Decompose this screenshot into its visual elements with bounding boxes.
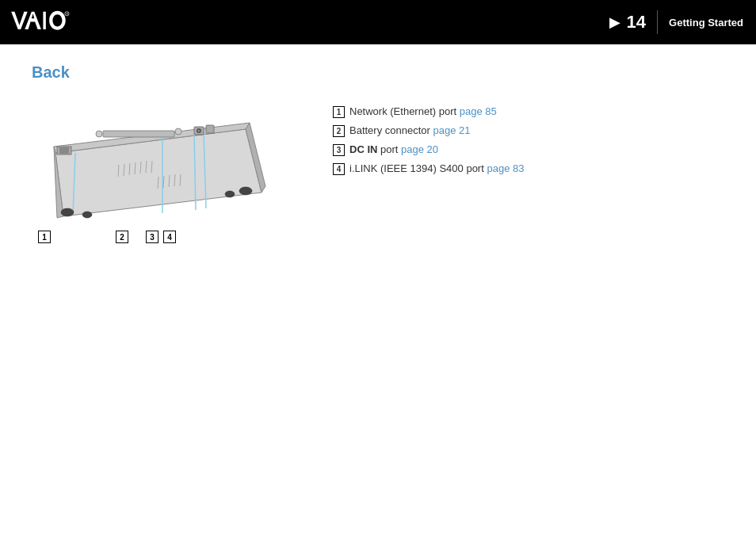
svg-point-15 [175, 128, 181, 135]
component-number-4: 4 [333, 163, 345, 175]
list-item: 3 DC IN port page 20 [333, 143, 524, 156]
header-arrow-icon: ▶ [609, 13, 620, 31]
diagram-label-1: 1 [38, 231, 51, 243]
diagram-label-2: 2 [116, 231, 128, 243]
diagram-label-3: 3 [146, 231, 158, 243]
diagram-labels-234: 2 3 4 [116, 231, 176, 243]
laptop-diagram [32, 97, 277, 224]
vaio-logo-svg: R [10, 10, 81, 34]
header: R ▶ 14 Getting Started [0, 0, 756, 44]
list-item: 4 i.LINK (IEEE 1394) S400 port page 83 [333, 162, 524, 175]
svg-text:R: R [67, 13, 69, 16]
svg-point-18 [198, 130, 200, 132]
main-layout: 1 2 3 4 1 Network (Ethernet) port page 8… [32, 97, 724, 243]
svg-point-23 [225, 191, 235, 197]
svg-point-14 [96, 131, 102, 137]
diagram-label-4: 4 [163, 231, 176, 243]
list-item: 2 Battery connector page 21 [333, 124, 524, 137]
svg-point-21 [239, 187, 252, 195]
component-number-3: 3 [333, 144, 345, 156]
svg-point-20 [61, 208, 74, 216]
vaio-logo: R [10, 10, 81, 34]
list-item: 1 Network (Ethernet) port page 85 [333, 105, 524, 118]
components-list-container: 1 Network (Ethernet) port page 85 2 Batt… [333, 97, 524, 181]
header-right: ▶ 14 Getting Started [609, 10, 743, 34]
components-list: 1 Network (Ethernet) port page 85 2 Batt… [333, 105, 524, 175]
svg-marker-3 [55, 129, 262, 216]
component-number-2: 2 [333, 125, 345, 137]
component-link-3[interactable]: page 20 [401, 143, 438, 155]
component-text-3: DC IN port page 20 [349, 143, 438, 155]
component-text-2: Battery connector page 21 [349, 124, 471, 136]
svg-rect-13 [103, 131, 174, 137]
header-title: Getting Started [669, 17, 743, 29]
page-number: 14 [627, 12, 646, 32]
svg-rect-12 [59, 147, 69, 154]
component-number-1: 1 [333, 106, 345, 118]
svg-point-22 [82, 212, 92, 218]
component-text-4: i.LINK (IEEE 1394) S400 port page 83 [349, 162, 524, 174]
component-link-4[interactable]: page 83 [487, 162, 524, 174]
svg-rect-19 [206, 125, 214, 133]
content-area: Back [0, 44, 756, 259]
component-link-1[interactable]: page 85 [460, 105, 497, 117]
section-title: Back [32, 63, 724, 82]
diagram-labels-row: 1 2 3 4 [32, 231, 285, 243]
component-link-2[interactable]: page 21 [433, 124, 471, 136]
component-text-1: Network (Ethernet) port page 85 [349, 105, 497, 117]
diagram-container: 1 2 3 4 [32, 97, 285, 243]
svg-rect-0 [43, 12, 45, 29]
